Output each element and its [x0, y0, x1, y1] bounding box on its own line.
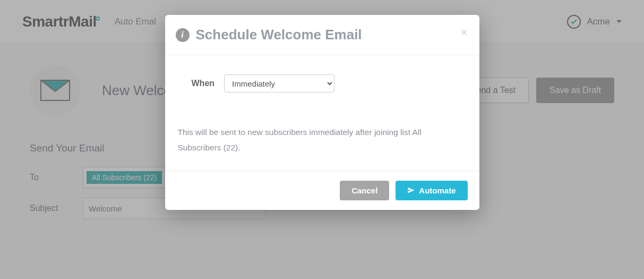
automate-button[interactable]: Automate: [396, 181, 467, 200]
info-icon: i: [176, 28, 190, 42]
modal-description: This will be sent to new subscribers imm…: [178, 124, 467, 156]
automate-label: Automate: [419, 186, 456, 195]
cancel-button[interactable]: Cancel: [340, 181, 389, 200]
close-icon[interactable]: ×: [461, 26, 468, 39]
when-label: When: [192, 79, 215, 88]
paper-plane-icon: [407, 187, 415, 194]
when-select[interactable]: Immediately: [224, 74, 334, 92]
schedule-modal: i Schedule Welcome Email × When Immediat…: [165, 15, 479, 210]
modal-title: Schedule Welcome Email: [196, 27, 362, 43]
modal-overlay: i Schedule Welcome Email × When Immediat…: [0, 0, 644, 279]
